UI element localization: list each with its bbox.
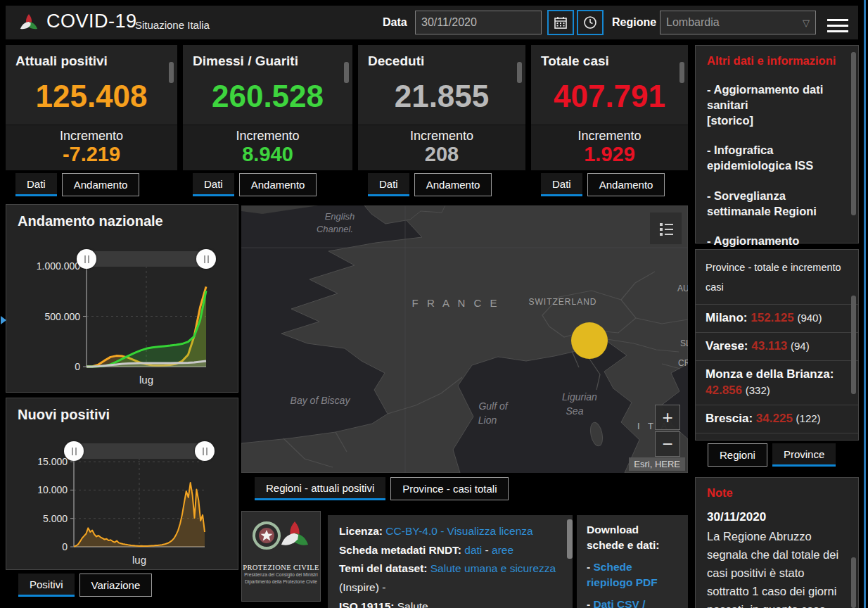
card-dimessi-tabs: Dati Andamento [193, 173, 317, 196]
altri-dati-panel: Altri dati e informazioni - Aggiornament… [695, 45, 859, 243]
increment-value: 8.940 [183, 144, 352, 165]
increment-value: 1.929 [531, 144, 688, 165]
card-increment: Incremento 208 [358, 125, 525, 170]
map-layer-tabs: Regioni - attuali positivi Province - ca… [255, 477, 509, 500]
andamento-nazionale-chart: 1.000.000500.0000lug [6, 205, 238, 392]
map-label-ligurian-sea: Ligurian [562, 391, 597, 403]
region-select-value: Lombardia [666, 16, 720, 29]
metadata-line: Scheda metadati RNDT: dati - aree [339, 541, 561, 560]
time-slider-track[interactable] [74, 443, 205, 459]
region-select[interactable]: Lombardia ▽ [660, 11, 816, 34]
tab-dati[interactable]: Dati [15, 173, 57, 196]
app-header: COVID-19 Situazione Italia Data 30/11/20… [6, 6, 858, 39]
tab-andamento[interactable]: Andamento [587, 173, 665, 196]
legend-button[interactable] [650, 213, 682, 244]
tab-andamento[interactable]: Andamento [239, 173, 317, 196]
iso-line: ISO 19115: Salute [339, 597, 561, 608]
salute-umana-link[interactable]: Salute umana e sicurezza [430, 562, 556, 574]
svg-text:1.000.000: 1.000.000 [37, 260, 80, 272]
menu-icon [827, 19, 848, 21]
license-link[interactable]: CC-BY-4.0 - Visualizza licenza [385, 525, 532, 537]
card-increment: Incremento 8.940 [183, 125, 352, 170]
tab-regioni-attuali-positivi[interactable]: Regioni - attuali positivi [255, 477, 385, 500]
region-label: Regione [612, 16, 656, 29]
panel-nuovi-positivi: Nuovi positivi 15.00010.0005.0000lug [6, 398, 238, 570]
increment-value: 208 [358, 144, 525, 165]
menu-button[interactable] [827, 15, 850, 36]
link-sorveglianza-regioni[interactable]: - Sorveglianza settimanale Regioni [707, 189, 847, 220]
note-panel: Note 30/11/2020 La Regione Abruzzo segna… [695, 477, 859, 608]
svg-text:lug: lug [132, 554, 146, 566]
map[interactable]: English Channel. F R A N C E SWITZERLAND… [241, 205, 688, 473]
tab-dati[interactable]: Dati [193, 173, 234, 196]
app-title: COVID-19 [46, 11, 137, 32]
logo-name: PROTEZIONE CIVILE [242, 564, 320, 571]
link-aggiornamento[interactable]: - Aggiornamento [707, 234, 847, 249]
page-scrollbar[interactable] [864, 0, 866, 608]
link-aggiornamento-dati-sanitari[interactable]: - Aggiornamento dati sanitari [storico] [707, 82, 847, 128]
license-scrollbar[interactable] [567, 519, 573, 559]
altri-dati-scrollbar[interactable] [851, 52, 856, 215]
note-heading: Note [707, 486, 847, 500]
lombardia-marker [571, 322, 608, 359]
card-title: Attuali positivi [6, 45, 177, 69]
expand-panel-chevron-icon[interactable] [1, 316, 6, 324]
tab-dati[interactable]: Dati [541, 173, 582, 196]
time-slider-handle-left[interactable] [64, 441, 84, 461]
chevron-down-icon: ▽ [803, 18, 810, 28]
download-csv-json-link[interactable]: - Dati CSV / JSON [587, 597, 678, 608]
card-deceduti: Deceduti 21.855 Incremento 208 [358, 45, 525, 170]
svg-text:lug: lug [139, 374, 153, 386]
card-dimessi-guariti: Dimessi / Guariti 260.528 Incremento 8.9… [183, 45, 352, 170]
metadata-dati-link[interactable]: dati [464, 544, 482, 556]
zoom-out-button[interactable]: − [655, 431, 680, 457]
time-slider-track[interactable] [87, 251, 206, 267]
altri-dati-heading: Altri dati e informazioni [707, 54, 847, 68]
time-slider-handle-left[interactable] [77, 249, 96, 269]
download-schede-pdf-link[interactable]: - Schede riepilogo PDF [587, 559, 678, 591]
card-scrollbar[interactable] [517, 62, 522, 83]
card-value: 125.408 [6, 79, 177, 114]
svg-text:5.000: 5.000 [43, 513, 68, 524]
note-date: 30/11/2020 [707, 510, 847, 524]
map-attribution: Esri, HERE [629, 457, 685, 471]
province-scrollbar[interactable] [851, 296, 856, 394]
note-scrollbar[interactable] [851, 557, 856, 608]
tab-dati[interactable]: Dati [368, 173, 409, 196]
card-scrollbar[interactable] [344, 62, 349, 83]
calendar-icon [554, 15, 568, 30]
tab-variazione[interactable]: Variazione [79, 574, 153, 597]
time-slider-handle-right[interactable] [195, 441, 215, 461]
map-label-france: F R A N C E [412, 297, 500, 309]
zoom-in-button[interactable]: + [655, 405, 680, 430]
nuovi-positivi-tabs: Positivi Variazione [18, 574, 152, 597]
svg-text:Channel.: Channel. [317, 224, 353, 234]
time-slider-handle-right[interactable] [196, 249, 216, 269]
time-button[interactable] [577, 10, 604, 35]
tab-regioni[interactable]: Regioni [708, 443, 767, 467]
date-input[interactable]: 30/11/2020 [415, 11, 542, 34]
card-scrollbar[interactable] [169, 62, 174, 83]
svg-text:0: 0 [62, 541, 68, 552]
card-increment: Incremento 1.929 [531, 125, 688, 170]
province-row-como: Como: 27.654 (33) [696, 433, 858, 441]
card-value: 407.791 [531, 79, 688, 114]
metadata-aree-link[interactable]: aree [492, 544, 513, 556]
tab-positivi[interactable]: Positivi [18, 574, 75, 597]
map-label-gulf-of-lion: Gulf of [478, 400, 509, 412]
link-infografica-iss[interactable]: - Infografica epidemiologica ISS [707, 143, 847, 174]
tab-andamento[interactable]: Andamento [414, 173, 492, 196]
nuovi-positivi-chart: 15.00010.0005.0000lug [6, 398, 238, 569]
tab-province[interactable]: Province [772, 443, 836, 467]
tab-andamento[interactable]: Andamento [62, 173, 140, 196]
svg-text:10.000: 10.000 [37, 484, 68, 495]
svg-text:0: 0 [75, 361, 80, 372]
card-scrollbar[interactable] [679, 62, 684, 83]
increment-label: Incremento [358, 125, 525, 144]
map-label-english-channel: English [325, 211, 355, 222]
dataset-theme-line: Temi del dataset: Salute umana e sicurez… [339, 559, 561, 597]
svg-text:15.000: 15.000 [37, 456, 68, 467]
calendar-button[interactable] [547, 10, 574, 35]
card-title: Dimessi / Guariti [183, 45, 352, 69]
tab-province-casi-totali[interactable]: Province - casi totali [390, 477, 509, 500]
